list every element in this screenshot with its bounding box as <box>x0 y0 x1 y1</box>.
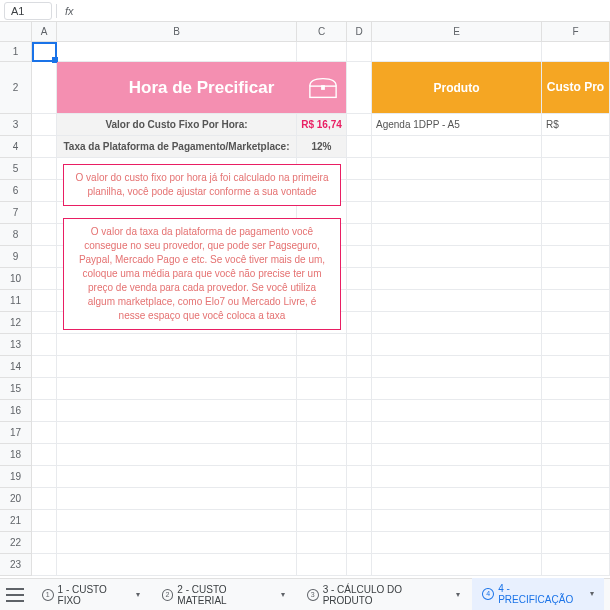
chevron-down-icon[interactable]: ▾ <box>456 590 460 599</box>
cell[interactable] <box>372 400 542 422</box>
cell[interactable] <box>542 202 610 224</box>
cell[interactable] <box>32 268 57 290</box>
row-header[interactable]: 12 <box>0 312 32 334</box>
cell[interactable] <box>32 180 57 202</box>
product-name-cell[interactable]: Agenda 1DPP - A5 <box>372 114 542 136</box>
cell[interactable] <box>347 444 372 466</box>
cell[interactable] <box>372 356 542 378</box>
cell[interactable] <box>32 510 57 532</box>
row-header[interactable]: 21 <box>0 510 32 532</box>
cell[interactable] <box>347 42 372 62</box>
cell[interactable] <box>32 224 57 246</box>
cell[interactable] <box>347 136 372 158</box>
row-header[interactable]: 23 <box>0 554 32 576</box>
cell[interactable] <box>32 444 57 466</box>
cell[interactable] <box>372 554 542 576</box>
cell[interactable] <box>372 224 542 246</box>
cell[interactable] <box>57 356 297 378</box>
cell[interactable] <box>542 422 610 444</box>
row-header[interactable]: 20 <box>0 488 32 510</box>
cell[interactable] <box>347 224 372 246</box>
cell[interactable] <box>347 62 372 114</box>
cell[interactable] <box>32 356 57 378</box>
cell[interactable] <box>347 422 372 444</box>
sheet-tab-4[interactable]: 44 - PRECIFICAÇÃO▾ <box>472 578 604 611</box>
cell[interactable] <box>542 136 610 158</box>
cell[interactable] <box>347 554 372 576</box>
cell[interactable] <box>32 246 57 268</box>
cell[interactable] <box>297 510 347 532</box>
row-header[interactable]: 9 <box>0 246 32 268</box>
chevron-down-icon[interactable]: ▾ <box>590 589 594 598</box>
value-custo-fixo[interactable]: R$ 16,74 <box>297 114 347 136</box>
cell[interactable] <box>542 246 610 268</box>
cell[interactable] <box>347 312 372 334</box>
name-box[interactable] <box>4 2 52 20</box>
all-sheets-icon[interactable] <box>6 588 24 602</box>
cell[interactable] <box>347 158 372 180</box>
value-taxa[interactable]: 12% <box>297 136 347 158</box>
col-header-c[interactable]: C <box>297 22 347 41</box>
cell[interactable] <box>32 158 57 180</box>
sheet-tab-1[interactable]: 11 - CUSTO FIXO▾ <box>32 578 150 611</box>
cell[interactable] <box>347 488 372 510</box>
cell[interactable] <box>542 312 610 334</box>
cell[interactable] <box>297 532 347 554</box>
cell[interactable] <box>372 312 542 334</box>
cell[interactable] <box>297 334 347 356</box>
cell[interactable] <box>32 422 57 444</box>
cell[interactable] <box>32 400 57 422</box>
select-all-corner[interactable] <box>0 22 32 41</box>
cell[interactable] <box>347 114 372 136</box>
cell[interactable] <box>347 246 372 268</box>
sheet-tab-2[interactable]: 22 - CUSTO MATERIAL▾ <box>152 578 295 611</box>
row-header[interactable]: 16 <box>0 400 32 422</box>
cell[interactable] <box>347 378 372 400</box>
cell[interactable] <box>32 312 57 334</box>
row-header[interactable]: 14 <box>0 356 32 378</box>
row-header[interactable]: 22 <box>0 532 32 554</box>
cell[interactable] <box>542 400 610 422</box>
cell[interactable] <box>347 180 372 202</box>
row-header[interactable]: 15 <box>0 378 32 400</box>
product-cost-cell[interactable]: R$ <box>542 114 610 136</box>
cell[interactable] <box>57 400 297 422</box>
row-header[interactable]: 2 <box>0 62 32 114</box>
cell[interactable] <box>372 532 542 554</box>
cell[interactable] <box>297 444 347 466</box>
chevron-down-icon[interactable]: ▾ <box>136 590 140 599</box>
label-taxa[interactable]: Taxa da Plataforma de Pagamento/Marketpl… <box>57 136 297 158</box>
row-header[interactable]: 5 <box>0 158 32 180</box>
cell[interactable] <box>542 158 610 180</box>
cell[interactable] <box>57 466 297 488</box>
cell[interactable] <box>32 488 57 510</box>
cell[interactable] <box>542 356 610 378</box>
orange-banner-produto[interactable]: Produto <box>372 62 542 114</box>
cell[interactable] <box>542 378 610 400</box>
cell[interactable] <box>57 510 297 532</box>
cell[interactable] <box>32 290 57 312</box>
row-header[interactable]: 8 <box>0 224 32 246</box>
cell[interactable] <box>297 378 347 400</box>
cell[interactable] <box>542 224 610 246</box>
cell[interactable] <box>372 202 542 224</box>
cell[interactable] <box>347 466 372 488</box>
orange-banner-custo[interactable]: Custo Pro <box>542 62 610 114</box>
col-header-e[interactable]: E <box>372 22 542 41</box>
cell[interactable] <box>372 466 542 488</box>
cell[interactable] <box>372 334 542 356</box>
cell[interactable] <box>57 444 297 466</box>
cell[interactable] <box>32 202 57 224</box>
cell[interactable] <box>32 114 57 136</box>
cell[interactable] <box>297 488 347 510</box>
cell[interactable] <box>372 422 542 444</box>
col-header-f[interactable]: F <box>542 22 610 41</box>
cell[interactable] <box>542 444 610 466</box>
row-header[interactable]: 18 <box>0 444 32 466</box>
row-header[interactable]: 4 <box>0 136 32 158</box>
cell[interactable] <box>32 136 57 158</box>
cell[interactable] <box>372 510 542 532</box>
cell[interactable] <box>347 532 372 554</box>
cell[interactable] <box>372 444 542 466</box>
cell[interactable] <box>57 378 297 400</box>
